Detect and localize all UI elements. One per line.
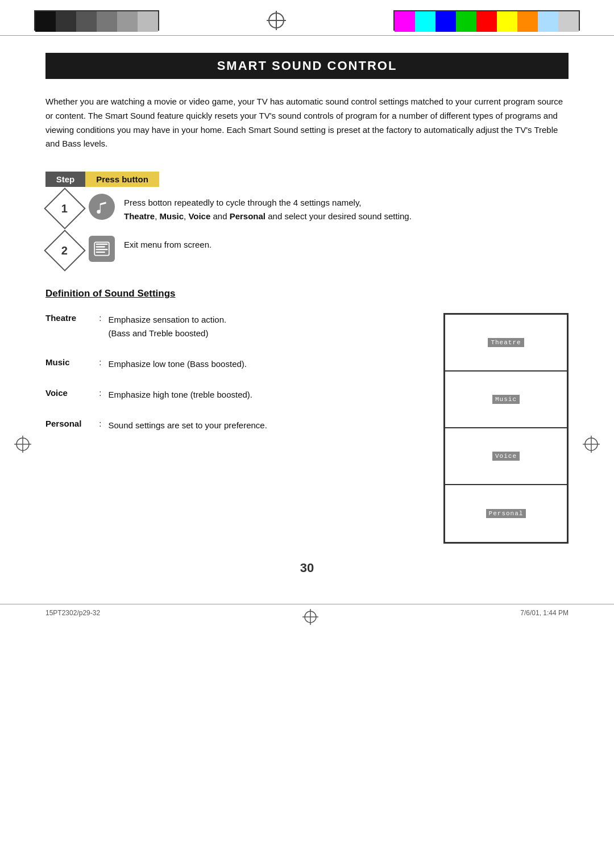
def-personal: Personal : Sound settings are set to you… [45, 419, 426, 432]
tv-cell-personal: Personal [445, 485, 567, 542]
press-col-header: Press button [85, 172, 159, 187]
swatch-r8 [538, 11, 558, 32]
def-voice-desc: Emphasize high tone (treble boosted). [109, 388, 252, 402]
swatch-5 [117, 11, 138, 32]
page-title-box: Smart Sound Control [45, 53, 569, 79]
swatch-4 [97, 11, 117, 32]
color-strip-right [393, 10, 580, 31]
page-content: Smart Sound Control Whether you are watc… [0, 36, 614, 604]
swatch-r1 [395, 11, 415, 32]
swatch-r5 [476, 11, 497, 32]
step-2-diamond: 2 [44, 229, 86, 272]
tv-label-music: Music [492, 395, 520, 404]
def-theatre-desc: Emphasize sensation to action.(Bass and … [109, 313, 227, 340]
swatch-r6 [497, 11, 517, 32]
definition-section: Definition of Sound Settings Theatre : E… [45, 288, 569, 544]
footer-left: 15PT2302/p29-32 [45, 609, 100, 627]
tv-label-voice: Voice [492, 452, 520, 461]
def-personal-colon: : [97, 419, 104, 428]
tv-label-personal: Personal [486, 509, 526, 518]
svg-rect-4 [96, 246, 105, 247]
def-personal-term: Personal [45, 419, 97, 428]
swatch-r7 [517, 11, 538, 32]
svg-rect-3 [96, 244, 108, 245]
swatch-r4 [456, 11, 476, 32]
steps-section: Step Press button 1 Press botton repeate… [45, 172, 569, 265]
step-2-row: 2 Exit menu from screen. [45, 233, 569, 265]
step-2-icon [89, 236, 115, 262]
swatch-2 [56, 11, 76, 32]
intro-paragraph: Whether you are watching a movie or vide… [45, 95, 569, 151]
tv-cell-music: Music [445, 372, 567, 428]
def-music-term: Music [45, 357, 97, 367]
tv-label-theatre: Theatre [488, 338, 524, 347]
tv-screen-panel: Theatre Music Voice Personal [443, 313, 569, 544]
swatch-r2 [415, 11, 435, 32]
footer-meta: 15PT2302/p29-32 7/6/01, 1:44 PM [0, 604, 614, 631]
definition-title: Definition of Sound Settings [45, 288, 569, 299]
def-theatre-term: Theatre [45, 313, 97, 323]
footer-crosshair [302, 609, 318, 627]
step-1-diamond: 1 [44, 187, 86, 229]
page-title: Smart Sound Control [57, 59, 557, 73]
def-personal-desc: Sound settings are set to your preferenc… [109, 419, 267, 432]
swatch-r3 [435, 11, 456, 32]
def-voice: Voice : Emphasize high tone (treble boos… [45, 388, 426, 402]
def-voice-term: Voice [45, 388, 97, 398]
color-strip-left [34, 10, 159, 31]
step-2-desc: Exit menu from screen. [124, 238, 569, 252]
step-1-icon [89, 194, 115, 220]
def-music: Music : Emphasize low tone (Bass boosted… [45, 357, 426, 371]
step-col-header: Step [45, 172, 85, 187]
definition-list: Theatre : Emphasize sensation to action.… [45, 313, 426, 544]
swatch-1 [35, 11, 56, 32]
def-theatre: Theatre : Emphasize sensation to action.… [45, 313, 426, 340]
swatch-r9 [558, 11, 579, 32]
swatch-6 [138, 11, 158, 32]
step-1-row: 1 Press botton repeatedly to cycle throu… [45, 191, 569, 223]
steps-header: Step Press button [45, 172, 569, 187]
page-number: 30 [45, 561, 569, 575]
step-1-desc: Press botton repeatedly to cycle through… [124, 196, 569, 223]
tv-cell-theatre: Theatre [445, 315, 567, 372]
svg-rect-6 [96, 252, 105, 253]
tv-cell-voice: Voice [445, 428, 567, 485]
def-music-colon: : [97, 357, 104, 367]
def-music-desc: Emphasize low tone (Bass boosted). [109, 357, 247, 371]
svg-rect-5 [96, 249, 108, 250]
footer-right: 7/6/01, 1:44 PM [520, 609, 569, 627]
def-voice-colon: : [97, 388, 104, 398]
step-1-number: 1 [61, 202, 68, 215]
step-2-number: 2 [61, 244, 68, 257]
right-crosshair [583, 436, 600, 455]
top-bar [0, 0, 614, 31]
left-crosshair [14, 436, 31, 455]
swatch-3 [76, 11, 97, 32]
crosshair-top-center [267, 11, 286, 30]
def-theatre-colon: : [97, 313, 104, 323]
definition-main: Theatre : Emphasize sensation to action.… [45, 313, 569, 544]
